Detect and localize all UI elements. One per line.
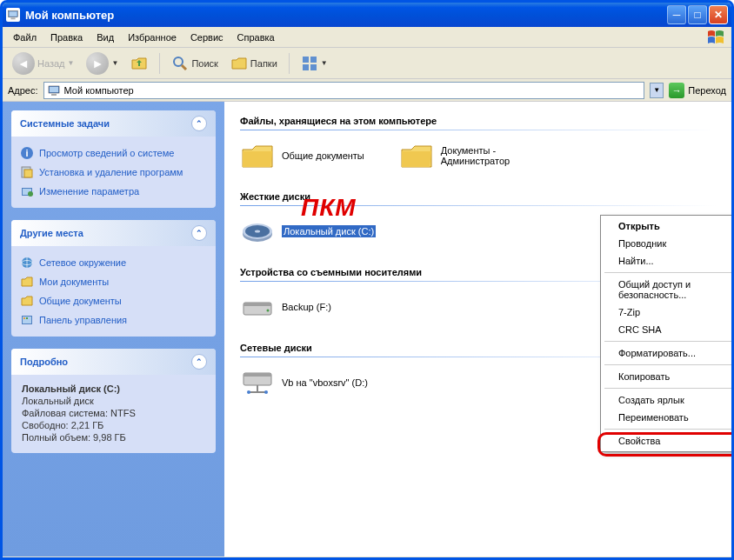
sidebar-item-network[interactable]: Сетевое окружение — [20, 253, 207, 272]
back-button[interactable]: ◄ Назад ▼ — [8, 50, 78, 77]
pkm-annotation: ПКМ — [301, 194, 357, 222]
sidebar-item-add-remove[interactable]: Установка и удаление программ — [20, 163, 207, 182]
svg-point-37 — [247, 390, 250, 394]
item-label-selected: Локальный диск (C:) — [282, 225, 376, 237]
sidebar-item-change-setting[interactable]: Изменение параметра — [20, 182, 207, 201]
context-menu-item[interactable]: Копировать — [603, 368, 731, 385]
svg-line-4 — [182, 65, 186, 70]
minimize-button[interactable]: ─ — [667, 5, 686, 24]
control-panel-icon — [20, 313, 34, 327]
network-icon — [20, 256, 34, 270]
menu-help[interactable]: Справка — [230, 29, 282, 46]
content-area: Системные задачи ⌃ i Просмотр сведений о… — [3, 102, 731, 557]
address-dropdown[interactable]: ▼ — [650, 83, 664, 98]
context-menu-item[interactable]: Форматировать... — [603, 344, 731, 362]
item-network-drive-d[interactable]: Vb на "vboxsrv" (D:) — [240, 368, 368, 397]
folders-button[interactable]: Папки — [226, 52, 282, 75]
titlebar[interactable]: Мой компьютер ─ □ ✕ — [3, 3, 731, 27]
context-menu-item[interactable]: Создать ярлык — [603, 391, 731, 409]
addressbar: Адрес: Мой компьютер ▼ → Переход — [3, 79, 731, 102]
svg-rect-7 — [303, 64, 309, 70]
go-icon: → — [669, 83, 684, 98]
detail-type: Локальный диск — [22, 396, 205, 406]
context-menu-item[interactable]: Общий доступ и безопасность... — [603, 276, 731, 303]
chevron-up-icon: ⌃ — [191, 116, 207, 131]
chevron-up-icon: ⌃ — [191, 225, 207, 241]
panel-header[interactable]: Системные задачи ⌃ — [11, 110, 216, 137]
menubar: Файл Правка Вид Избранное Сервис Справка — [3, 27, 731, 48]
svg-rect-25 — [26, 317, 28, 319]
svg-rect-2 — [10, 18, 15, 20]
svg-rect-11 — [51, 94, 57, 96]
context-menu-item[interactable]: Переименовать — [603, 409, 731, 426]
close-button[interactable]: ✕ — [709, 5, 728, 24]
item-shared-documents[interactable]: Общие документы — [240, 141, 364, 170]
svg-rect-34 — [244, 373, 271, 377]
svg-text:i: i — [25, 148, 28, 158]
panel-header[interactable]: Подробно ⌃ — [11, 349, 216, 375]
sidebar-item-control-panel[interactable]: Панель управления — [20, 310, 207, 330]
menu-view[interactable]: Вид — [90, 29, 121, 46]
menu-favorites[interactable]: Избранное — [121, 29, 184, 46]
sidebar-item-system-info[interactable]: i Просмотр сведений о системе — [20, 143, 207, 163]
svg-point-38 — [264, 390, 268, 394]
svg-rect-31 — [244, 303, 271, 306]
item-admin-documents[interactable]: Документы - Администратор — [399, 141, 563, 170]
context-menu-item[interactable]: Проводник — [603, 235, 731, 252]
svg-rect-15 — [24, 170, 32, 177]
forward-button[interactable]: ► ▼ — [82, 50, 123, 77]
panel-other-places: Другие места ⌃ Сетевое окружение Мои док… — [11, 220, 216, 337]
up-button[interactable] — [126, 52, 152, 75]
back-icon: ◄ — [12, 52, 35, 75]
toolbar: ◄ Назад ▼ ► ▼ Поиск Папки ▼ — [3, 48, 731, 79]
svg-point-32 — [267, 310, 270, 312]
svg-point-3 — [174, 57, 183, 66]
context-menu-item[interactable]: CRC SHA▶ — [603, 321, 731, 338]
svg-rect-6 — [310, 57, 317, 63]
folder-icon — [240, 141, 275, 170]
disk-icon — [240, 217, 275, 246]
context-menu-separator — [604, 388, 731, 389]
panel-details: Подробно ⌃ Локальный диск (C:) Локальный… — [11, 349, 216, 453]
settings-icon — [20, 184, 34, 198]
search-button[interactable]: Поиск — [167, 52, 222, 75]
go-button[interactable]: → Переход — [669, 83, 726, 98]
sidebar-item-my-documents[interactable]: Мои документы — [20, 272, 207, 291]
context-menu-item[interactable]: 7-Zip▶ — [603, 303, 731, 321]
panel-system-tasks: Системные задачи ⌃ i Просмотр сведений о… — [11, 110, 216, 208]
svg-rect-1 — [10, 12, 17, 17]
context-menu-item[interactable]: Открыть — [603, 217, 731, 235]
folders-icon — [230, 55, 248, 72]
context-menu: ОткрытьПроводникНайти...Общий доступ и б… — [600, 215, 731, 452]
section-header-files: Файлы, хранящиеся на этом компьютере — [240, 116, 716, 126]
chevron-down-icon: ▼ — [321, 59, 328, 67]
folder-up-icon — [130, 55, 148, 72]
address-input[interactable]: Мой компьютер — [43, 82, 645, 99]
item-backup-f[interactable]: Backup (F:) — [240, 292, 331, 322]
folder-icon — [399, 141, 434, 170]
documents-icon — [20, 275, 34, 289]
windows-logo-icon — [707, 30, 724, 45]
panel-header[interactable]: Другие места ⌃ — [11, 220, 216, 246]
context-menu-separator — [604, 341, 731, 342]
context-menu-item[interactable]: Свойства — [603, 432, 731, 450]
drive-icon — [240, 292, 275, 322]
window-controls: ─ □ ✕ — [667, 5, 728, 24]
context-menu-separator — [604, 364, 731, 365]
views-icon — [301, 55, 318, 72]
address-label: Адрес: — [8, 85, 38, 96]
context-menu-separator — [604, 429, 731, 430]
views-button[interactable]: ▼ — [297, 52, 332, 75]
context-menu-item[interactable]: Найти... — [603, 252, 731, 270]
detail-total: Полный объем: 9,98 ГБ — [22, 432, 205, 443]
menu-file[interactable]: Файл — [6, 29, 43, 46]
menu-edit[interactable]: Правка — [43, 29, 90, 46]
forward-icon: ► — [86, 52, 109, 75]
sidebar-item-shared-documents[interactable]: Общие документы — [20, 291, 207, 310]
menu-tools[interactable]: Сервис — [184, 29, 230, 46]
maximize-button[interactable]: □ — [688, 5, 707, 24]
detail-free: Свободно: 2,21 ГБ — [22, 420, 205, 430]
svg-rect-8 — [310, 64, 317, 70]
context-menu-separator — [604, 272, 731, 273]
folder-icon — [20, 294, 34, 308]
